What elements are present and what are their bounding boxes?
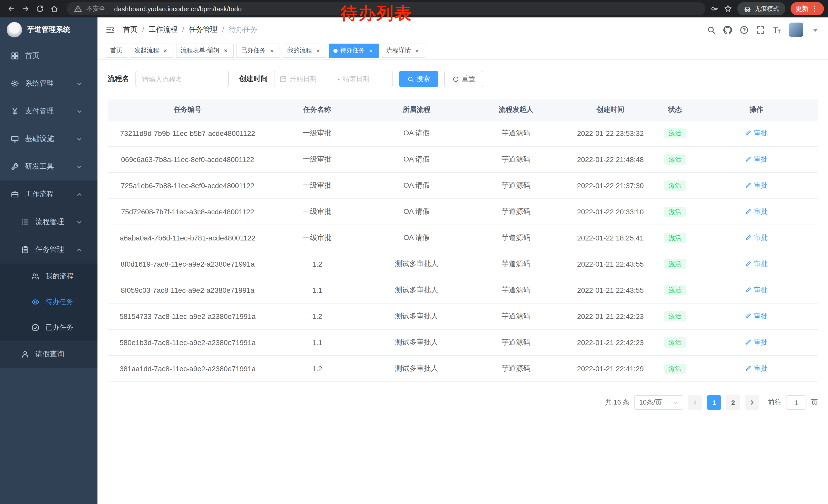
cell-task-name: 一级审批 [267,120,367,146]
cell-starter: 芋道源码 [466,303,566,329]
sidebar-item-payment-management[interactable]: 支付管理 [0,97,97,125]
approve-button[interactable]: 审批 [745,207,768,216]
cell-task-name: 一级审批 [267,146,367,173]
font-size-icon[interactable] [773,26,781,34]
page-button[interactable]: 1 [707,395,721,410]
key-icon[interactable] [710,5,719,13]
cell-task-id: 8f059c03-7ac8-11ec-a9e2-a2380e71991a [108,277,267,303]
close-icon[interactable]: × [268,47,276,54]
tab-todo-tasks[interactable]: 待办任务× [329,43,379,58]
cell-process: OA 请假 [367,146,466,173]
goto-page-input[interactable] [786,395,806,410]
help-icon[interactable] [740,26,748,34]
browser-update-menu-button[interactable]: 更新 [791,2,824,15]
table-row: 73211d9d-7b9b-11ec-b5b7-acde48001122一级审批… [108,120,818,146]
cell-starter: 芋道源码 [466,251,566,277]
browser-refresh-button[interactable] [33,2,47,16]
tab-home[interactable]: 首页 [106,43,127,58]
sidebar-item-todo-tasks[interactable]: 待办任务 [0,289,97,315]
browser-forward-button[interactable] [18,2,33,16]
edit-icon [745,209,752,215]
tab-process-detail[interactable]: 流程详情× [382,43,425,58]
tab-form-edit[interactable]: 流程表单-编辑× [176,43,234,58]
fullscreen-icon[interactable] [756,26,765,34]
column-header: 任务编号 [108,99,267,120]
page-button[interactable]: 2 [726,395,740,410]
approve-button[interactable]: 审批 [745,155,768,164]
chevron-down-icon [74,164,84,170]
cell-starter: 芋道源码 [466,225,566,251]
cell-create-time: 2022-01-21 22:43:55 [566,251,655,277]
cell-task-id: 381aa1dd-7ac8-11ec-a9e2-a2380e71991a [108,356,267,382]
chevron-up-icon [74,247,84,253]
breadcrumb-item[interactable]: 首页 [123,25,137,34]
github-icon[interactable] [723,26,732,34]
approve-button[interactable]: 审批 [745,129,768,138]
task-table: 任务编号任务名称所属流程流程发起人创建时间状态操作 73211d9d-7b9b-… [108,99,818,382]
star-icon[interactable] [724,5,732,13]
tab-my-process[interactable]: 我的流程× [283,43,326,58]
sidebar-item-workflow[interactable]: 工作流程 [0,180,97,208]
user-avatar[interactable] [789,22,803,37]
approve-button[interactable]: 审批 [745,338,768,347]
close-icon[interactable]: × [162,47,169,54]
approve-button[interactable]: 审批 [745,260,768,269]
browser-home-button[interactable] [47,2,61,16]
calendar-icon [280,75,287,83]
prev-page-button[interactable] [688,395,702,410]
date-range-picker[interactable]: 开始日期 - 结束日期 [274,71,393,87]
sidebar-item-home[interactable]: 首页 [0,42,97,70]
reset-button[interactable]: 重置 [444,71,483,87]
next-page-button[interactable] [745,395,759,410]
cell-task-name: 一级审批 [267,173,367,199]
sidebar-item-leave-query[interactable]: 请假查询 [0,340,97,368]
approve-button[interactable]: 审批 [745,364,768,373]
caret-down-icon[interactable] [811,26,820,34]
table-row: 381aa1dd-7ac8-11ec-a9e2-a2380e71991a1.2测… [108,356,818,382]
tab-start-process[interactable]: 发起流程× [130,43,173,58]
reset-button-label: 重置 [462,74,475,84]
sidebar-item-label: 请假查询 [35,350,89,359]
sidebar-item-label: 待办任务 [46,297,89,307]
process-name-input[interactable] [135,71,229,87]
breadcrumb-item[interactable]: 任务管理 [189,25,217,34]
app-logo [7,22,22,37]
sidebar-item-label: 支付管理 [25,107,74,116]
search-button[interactable]: 搜索 [399,71,438,87]
cell-process: OA 请假 [367,199,466,225]
chevron-down-icon [74,81,84,86]
tab-label: 流程表单-编辑 [180,46,219,55]
close-icon[interactable]: × [315,47,322,54]
approve-button[interactable]: 审批 [745,312,768,321]
status-badge: 激活 [664,285,686,295]
close-icon[interactable]: × [367,47,374,54]
cell-process: 测试多审批人 [367,329,466,356]
close-icon[interactable]: × [413,47,421,54]
sidebar-item-dev-tools[interactable]: 研发工具 [0,153,97,180]
approve-button[interactable]: 审批 [745,233,768,242]
page-size-select[interactable]: 10条/页 [634,395,683,410]
approve-button[interactable]: 审批 [745,286,768,295]
approve-button[interactable]: 审批 [745,181,768,190]
user-icon [20,350,30,358]
menu-fold-icon[interactable] [106,25,115,34]
cell-starter: 芋道源码 [466,173,566,199]
breadcrumb-item[interactable]: 工作流程 [149,25,177,34]
tab-label: 我的流程 [287,46,312,55]
sidebar-item-my-process[interactable]: 我的流程 [0,264,97,289]
sidebar-item-infrastructure[interactable]: 基础设施 [0,125,97,153]
status-badge: 激活 [664,259,686,269]
search-icon[interactable] [707,26,716,34]
sidebar-item-task-management[interactable]: 任务管理 [0,236,97,264]
filter-bar: 流程名 创建时间 开始日期 - 结束日期 搜索 重 [108,71,818,87]
sidebar-item-system-management[interactable]: 系统管理 [0,70,97,97]
page-content: 流程名 创建时间 开始日期 - 结束日期 搜索 重 [97,59,828,504]
chevron-up-icon [74,191,84,197]
approve-label: 审批 [754,233,768,242]
close-icon[interactable]: × [222,47,229,54]
browser-back-button[interactable] [4,2,18,16]
sidebar-item-done-tasks[interactable]: 已办任务 [0,315,97,340]
tab-done-tasks[interactable]: 已办任务× [237,43,280,58]
sidebar-item-process-management[interactable]: 流程管理 [0,208,97,236]
refresh-icon [36,5,44,13]
